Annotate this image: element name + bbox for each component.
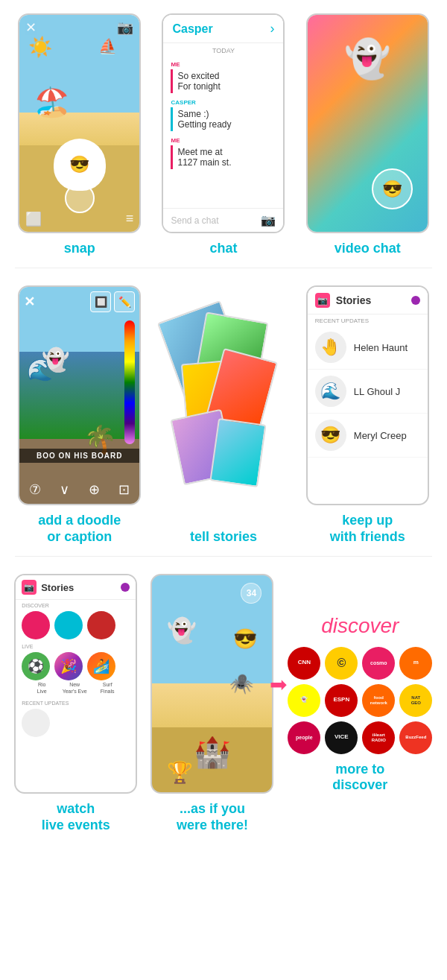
- logo-people[interactable]: people: [288, 721, 320, 754]
- doodle-screen: ✕ 🔲 ✏️ 🌊 👻 🌴 BOO ON HIS BOARD ⑦ ∨ ⊕ ⊡: [19, 287, 139, 504]
- live-section: LIVE ⚽ 🎉 🏄 RioLive NewYear's Eve SurfFin…: [16, 641, 136, 698]
- chat-bubble-2: Same :)Getting ready: [171, 107, 276, 131]
- row1: ✕ 📷 ☀️ ⛵ 🏖️ ⬜ ≡ snap Casper ›: [0, 0, 447, 264]
- sun-icon: ☀️: [28, 36, 52, 59]
- logo-vice[interactable]: VICE: [325, 721, 358, 754]
- logo-espn[interactable]: ESPN: [325, 684, 358, 717]
- stories-label: tell stories: [190, 529, 257, 545]
- chat-phone: Casper › TODAY ME So excitedFor tonight …: [162, 13, 285, 233]
- doodle-tools: 🔲 ✏️: [90, 291, 135, 312]
- arrow-right-icon: ➡: [270, 671, 287, 696]
- discover-circle-1[interactable]: [22, 611, 50, 639]
- live-name-1: RioLive: [28, 682, 56, 695]
- video-chat-label: video chat: [335, 241, 401, 256]
- chat-title: Casper: [172, 22, 212, 36]
- snap-phone: ✕ 📷 ☀️ ⛵ 🏖️ ⬜ ≡: [18, 13, 141, 233]
- friend-item-1[interactable]: 🤚 Helen Haunt: [308, 326, 428, 370]
- chat-bubble-3: Meet me at1127 main st.: [171, 145, 276, 169]
- live-event-2[interactable]: 🎉: [54, 652, 83, 680]
- video-screen: 👻 😎: [308, 15, 428, 232]
- chat-messages: ME So excitedFor tonight CASPER Same :)G…: [163, 58, 283, 208]
- color-picker[interactable]: [124, 320, 135, 444]
- logo-comedy-central[interactable]: ©: [325, 647, 358, 680]
- discover-big-label: discover: [321, 614, 399, 638]
- keepup-header: 📷 Stories: [308, 287, 428, 314]
- beach-sandcastle: 🏰: [194, 735, 231, 770]
- edit-tool[interactable]: ✏️: [114, 291, 135, 312]
- flash-icon: ✕: [25, 19, 37, 36]
- recent-avatar: [22, 709, 50, 737]
- recent-section: RECENT UPDATES: [16, 698, 136, 739]
- live-event-1[interactable]: ⚽: [22, 652, 50, 680]
- me-label-1: ME: [171, 61, 276, 68]
- chat-input-bar: Send a chat 📷: [163, 208, 283, 232]
- chat-label: chat: [209, 241, 237, 256]
- friend-item-3[interactable]: 😎 Meryl Creep: [308, 414, 428, 458]
- chat-header: Casper ›: [163, 15, 283, 43]
- live-col: 📷 Stories DISCOVER LIVE ⚽ 🎉 🏄: [14, 574, 137, 833]
- video-chat-phone: 👻 😎: [306, 13, 429, 233]
- logo-cosmopolitan[interactable]: cosmo: [362, 647, 395, 680]
- divider-2: [15, 556, 432, 557]
- chat-arrow-icon[interactable]: ›: [270, 21, 274, 37]
- doodle-top-bar: ✕ 🔲 ✏️: [24, 291, 135, 312]
- live-label: LIVE: [22, 644, 130, 649]
- chat-bubble-1: So excitedFor tonight: [171, 69, 276, 93]
- logo-food-network[interactable]: foodnetwork: [362, 684, 395, 717]
- beach-trophy: 🏆: [167, 760, 193, 785]
- friend-avatar-1: 🤚: [315, 332, 346, 363]
- doodle-col: ✕ 🔲 ✏️ 🌊 👻 🌴 BOO ON HIS BOARD ⑦ ∨ ⊕ ⊡: [13, 285, 147, 545]
- discover-circle-2[interactable]: [54, 611, 83, 639]
- chat-camera-icon[interactable]: 📷: [261, 213, 276, 227]
- keepup-label: keep up with friends: [330, 513, 405, 545]
- row3: 📷 Stories DISCOVER LIVE ⚽ 🎉 🏄: [0, 560, 447, 841]
- logo-national-geographic[interactable]: NATGEO: [399, 684, 432, 717]
- friend-avatar-2: 🌊: [315, 376, 346, 407]
- shutter-button[interactable]: [65, 183, 95, 213]
- discover-logos: CNN © cosmo m 👻 ESPN foodnetwork NATGEO …: [288, 647, 432, 754]
- story-card-6: [210, 418, 267, 487]
- recent-updates-label: RECENT UPDATES: [308, 314, 428, 326]
- discover-circles: [22, 611, 130, 639]
- friend-name-1: Helen Haunt: [354, 342, 408, 353]
- timer-icon[interactable]: ⑦: [29, 481, 41, 498]
- logo-iheart-radio[interactable]: iHeartRADIO: [362, 721, 395, 754]
- chat-input-placeholder[interactable]: Send a chat: [171, 215, 218, 226]
- surf-ghost: 👻: [42, 347, 69, 373]
- discover-circle-3[interactable]: [87, 611, 115, 639]
- umbrella-icon: 🏖️: [34, 86, 69, 118]
- beach-col: ➡ 34 👻 😎 🕷️ 🏰 🏆 ...as if you were there!: [150, 574, 273, 833]
- sticker-tool[interactable]: 🔲: [90, 291, 111, 312]
- live-name-3: SurfFinals: [93, 682, 121, 695]
- doodle-close-icon[interactable]: ✕: [24, 294, 35, 310]
- recent-label: RECENT UPDATES: [22, 701, 130, 706]
- keepup-col: 📷 Stories RECENT UPDATES 🤚 Helen Haunt 🌊…: [300, 285, 434, 545]
- stories-col: tell stories: [156, 302, 291, 545]
- me-label-2: ME: [171, 137, 276, 144]
- keepup-title: Stories: [336, 294, 405, 306]
- logo-buzzfeed[interactable]: BuzzFeed: [399, 721, 432, 754]
- beach-screen: 34 👻 😎 🕷️ 🏰 🏆: [150, 574, 273, 794]
- share-icon[interactable]: ⊕: [89, 481, 100, 498]
- live-name-2: NewYear's Eve: [60, 682, 89, 695]
- live-screen: 📷 Stories DISCOVER LIVE ⚽ 🎉 🏄: [14, 574, 137, 794]
- gallery-icon[interactable]: ⬜: [25, 211, 42, 227]
- logo-cnn[interactable]: CNN: [288, 647, 320, 680]
- discover-col: discover CNN © cosmo m 👻 ESPN foodnetwor…: [288, 614, 433, 794]
- doodle-label: add a doodle or caption: [38, 513, 121, 545]
- discover-section: DISCOVER: [16, 600, 136, 641]
- logo-mtv[interactable]: m: [399, 647, 432, 680]
- logo-snapchat[interactable]: 👻: [288, 684, 320, 717]
- live-notification-dot: [121, 583, 130, 592]
- doodle-phone: ✕ 🔲 ✏️ 🌊 👻 🌴 BOO ON HIS BOARD ⑦ ∨ ⊕ ⊡: [18, 285, 141, 505]
- friend-avatar-3: 😎: [315, 420, 346, 451]
- stories-pile: [162, 302, 285, 522]
- beach-counter: 34: [241, 583, 261, 604]
- live-event-3[interactable]: 🏄: [87, 652, 115, 680]
- menu-icon[interactable]: ≡: [126, 211, 134, 227]
- friend-item-2[interactable]: 🌊 LL Ghoul J: [308, 370, 428, 414]
- download-icon[interactable]: ∨: [60, 481, 69, 498]
- snap-label: snap: [64, 241, 95, 256]
- send-icon[interactable]: ⊡: [118, 481, 130, 498]
- beach-label: ...as if you were there!: [177, 801, 248, 833]
